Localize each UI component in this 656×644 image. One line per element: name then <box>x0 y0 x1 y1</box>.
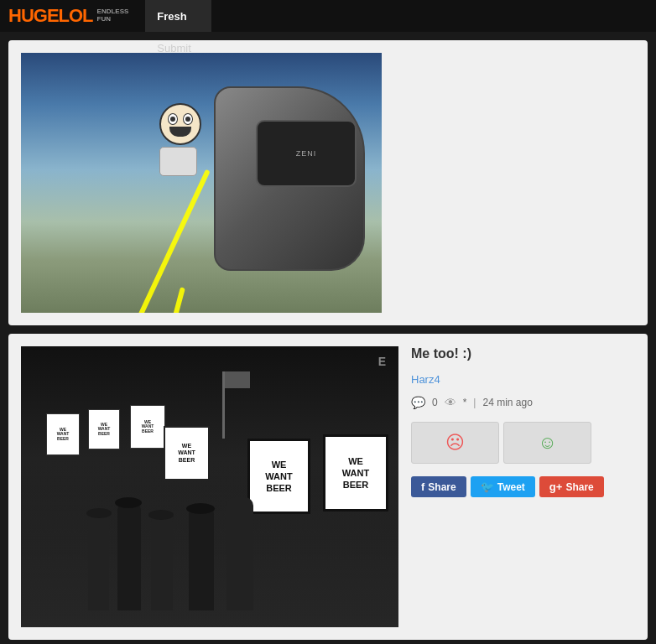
post-card-partial: ZENI <box>8 40 648 325</box>
views-icon: 👁 <box>445 396 456 409</box>
share-buttons: f Share 🐦 Tweet g+ Share <box>411 476 635 497</box>
site-header: HUGELOL ENDLESS FUN Front Trending Fresh… <box>0 0 656 32</box>
facebook-label: Share <box>428 481 456 493</box>
post-card-beer: WEWANTBEER WEWANTBEER WEWANTBEER WEWANTB… <box>8 334 648 640</box>
post-title: Me too! :) <box>411 346 635 361</box>
post-info-beer: Me too! :) Harz4 💬 0 👁 * | 24 min ago ☹ … <box>411 346 635 627</box>
facebook-icon: f <box>421 480 424 493</box>
nav-fresh[interactable]: Fresh <box>145 0 211 32</box>
post-meta: 💬 0 👁 * | 24 min ago <box>411 396 635 409</box>
troll-face <box>155 103 206 170</box>
facebook-share-button[interactable]: f Share <box>411 476 466 497</box>
twitter-share-button[interactable]: 🐦 Tweet <box>471 476 535 497</box>
googleplus-label: Share <box>565 481 593 493</box>
post-image-space: ZENI <box>21 53 382 313</box>
views-count: * <box>463 397 467 408</box>
vote-down-button[interactable]: ☹ <box>411 422 499 464</box>
vote-buttons: ☹ ☺ <box>411 422 635 464</box>
post-author[interactable]: Harz4 <box>411 373 635 386</box>
logo-tagline: ENDLESS FUN <box>97 8 129 23</box>
googleplus-share-button[interactable]: g+ Share <box>539 476 604 497</box>
post-time: 24 min ago <box>482 397 532 408</box>
logo[interactable]: HUGELOL ENDLESS FUN <box>8 5 128 27</box>
comments-icon: 💬 <box>411 396 425 409</box>
logo-text: HUGELOL <box>8 5 93 27</box>
post-beer-image-container: WEWANTBEER WEWANTBEER WEWANTBEER WEWANTB… <box>21 346 398 627</box>
twitter-label: Tweet <box>497 481 525 493</box>
twitter-icon: 🐦 <box>481 480 494 493</box>
comments-count: 0 <box>432 397 438 408</box>
post-image-beer: WEWANTBEER WEWANTBEER WEWANTBEER WEWANTB… <box>21 346 398 627</box>
googleplus-icon: g+ <box>549 480 563 493</box>
content-area: ZENI <box>0 40 656 640</box>
post-image-container: ZENI <box>21 53 382 313</box>
vote-up-button[interactable]: ☺ <box>503 422 591 464</box>
